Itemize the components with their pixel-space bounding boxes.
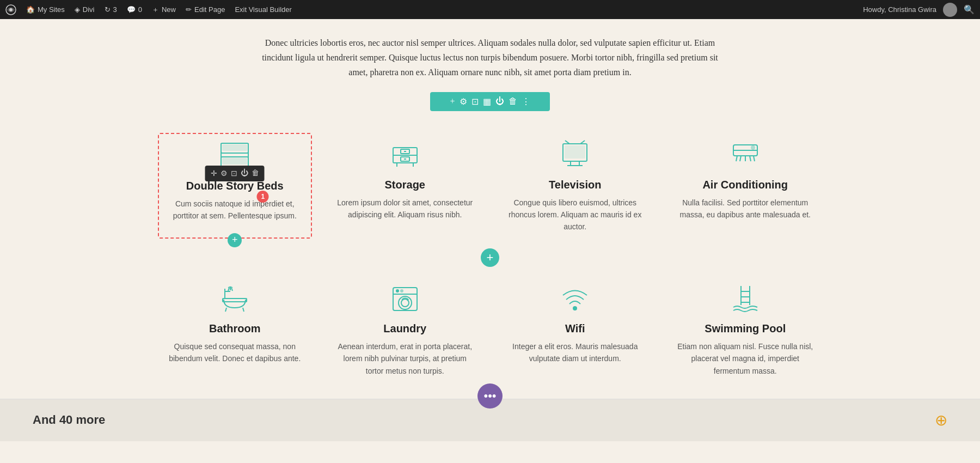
mt-move-icon[interactable]: ✛	[211, 169, 217, 178]
feature-desc-laundry: Aenean interdum, erat in porta placerat,…	[334, 340, 477, 377]
svg-line-40	[231, 288, 232, 291]
intro-text: Donec ultricies lobortis eros, nec aucto…	[245, 19, 735, 86]
svg-point-47	[573, 307, 577, 310]
feature-title-ac: Air Conditioning	[702, 179, 788, 191]
comments-icon: 💬	[127, 5, 136, 14]
svg-line-34	[225, 308, 226, 312]
svg-line-31	[754, 156, 755, 161]
svg-line-28	[740, 156, 741, 161]
svg-line-30	[750, 156, 751, 161]
svg-point-46	[401, 290, 403, 292]
feature-desc-pool: Etiam non aliquam nisl. Fusce nulla nisl…	[674, 340, 817, 377]
avatar	[943, 3, 957, 17]
mt-settings-icon[interactable]: ⚙	[220, 169, 228, 178]
add-row-button[interactable]: +	[481, 248, 499, 267]
feature-desc-beds: Cum sociis natoque id imperdiet et, port…	[164, 198, 305, 222]
toolbar-add-icon[interactable]: +	[450, 96, 455, 106]
feature-desc-bathroom: Quisque sed consequat massa, non bibendu…	[163, 340, 307, 365]
feature-icon-laundry	[386, 282, 424, 315]
feature-item-wifi: Wifi Integer a elit eros. Mauris malesua…	[498, 277, 652, 382]
feature-title-storage: Storage	[385, 179, 425, 191]
more-bar-add-button[interactable]: ⊕	[935, 411, 947, 429]
feature-icon-wifi	[556, 282, 594, 315]
feature-item-television: Television Congue quis libero euismod, u…	[498, 133, 652, 239]
feature-title-bathroom: Bathroom	[209, 322, 260, 335]
svg-rect-24	[565, 146, 585, 158]
feature-title-pool: Swimming Pool	[705, 322, 786, 335]
feature-desc-ac: Nulla facilisi. Sed porttitor elementum …	[674, 197, 817, 221]
more-bar-title: And 40 more	[33, 413, 105, 427]
add-below-button[interactable]: +	[228, 233, 242, 247]
toolbar-columns-icon[interactable]: ▦	[483, 96, 491, 107]
dots-button[interactable]: •••	[477, 383, 503, 409]
new-icon: ＋	[152, 5, 159, 15]
svg-point-1	[9, 8, 13, 11]
exit-builder-link[interactable]: Exit Visual Builder	[235, 5, 292, 14]
feature-item-double-story-beds[interactable]: ✛ ⚙ ⊡ ⏻ 🗑 1 Dou	[158, 133, 312, 239]
mt-duplicate-icon[interactable]: ⊡	[231, 169, 237, 178]
updates-link[interactable]: ↻ 3	[105, 5, 117, 14]
feature-desc-television: Congue quis libero euismod, ultrices rho…	[504, 197, 647, 233]
feature-item-storage: Storage Lorem ipsum dolor sit amet, cons…	[328, 133, 482, 239]
feature-item-bathroom: Bathroom Quisque sed consequat massa, no…	[158, 277, 312, 382]
toolbar-layout-icon[interactable]: ⊡	[471, 96, 479, 107]
svg-rect-8	[223, 145, 247, 150]
feature-title-television: Television	[549, 179, 601, 191]
toolbar-more-icon[interactable]: ⋮	[522, 96, 530, 107]
svg-line-27	[736, 156, 737, 161]
home-icon: 🏠	[26, 5, 35, 14]
svg-line-38	[228, 288, 229, 291]
admin-bar: 🏠 My Sites ◈ Divi ↻ 3 💬 0 ＋ New ✏ Edit P…	[0, 0, 980, 19]
svg-rect-33	[223, 298, 247, 302]
divi-icon: ◈	[75, 5, 80, 14]
my-sites-link[interactable]: 🏠 My Sites	[26, 5, 65, 14]
svg-point-45	[396, 290, 399, 292]
svg-point-32	[751, 146, 755, 149]
mt-power-icon[interactable]: ⏻	[241, 169, 248, 178]
feature-item-laundry: Laundry Aenean interdum, erat in porta p…	[328, 277, 482, 382]
feature-desc-storage: Lorem ipsum dolor sit amet, consectetur …	[334, 197, 477, 221]
admin-bar-right: Howdy, Christina Gwira 🔍	[863, 3, 975, 17]
divi-link[interactable]: ◈ Divi	[75, 5, 95, 14]
feature-icon-storage	[386, 138, 424, 171]
feature-icon-bathroom	[216, 282, 254, 315]
updates-icon: ↻	[105, 5, 111, 14]
features-grid-row2: Bathroom Quisque sed consequat massa, no…	[136, 277, 844, 382]
feature-title-beds: Double Story Beds	[186, 180, 284, 192]
svg-line-35	[243, 308, 244, 312]
wordpress-icon[interactable]	[5, 4, 16, 15]
feature-title-laundry: Laundry	[383, 322, 426, 335]
search-icon[interactable]: 🔍	[964, 4, 975, 15]
mt-delete-icon[interactable]: 🗑	[252, 169, 259, 178]
toolbar-delete-icon[interactable]: 🗑	[509, 96, 517, 106]
center-add-btn: +	[0, 248, 980, 267]
feature-title-wifi: Wifi	[565, 322, 585, 335]
svg-rect-9	[223, 159, 247, 164]
comments-link[interactable]: 💬 0	[127, 5, 142, 14]
toolbar-settings-icon[interactable]: ⚙	[460, 96, 467, 107]
feature-item-ac: Air Conditioning Nulla facilisi. Sed por…	[669, 133, 823, 239]
features-grid: ✛ ⚙ ⊡ ⏻ 🗑 1 Dou	[136, 122, 844, 239]
feature-icon-pool	[726, 282, 764, 315]
toolbar-power-icon[interactable]: ⏻	[495, 96, 504, 106]
feature-item-pool: Swimming Pool Etiam non aliquam nisl. Fu…	[669, 277, 823, 382]
feature-icon-television	[556, 138, 594, 171]
notification-badge: 1	[257, 191, 269, 203]
section-toolbar: + ⚙ ⊡ ▦ ⏻ 🗑 ⋮	[430, 92, 550, 111]
edit-page-link[interactable]: ✏ Edit Page	[186, 5, 225, 14]
pencil-icon: ✏	[186, 5, 192, 14]
page-wrapper: Donec ultricies lobortis eros, nec aucto…	[0, 19, 980, 441]
feature-desc-wifi: Integer a elit eros. Mauris malesuada vu…	[504, 340, 647, 365]
feature-icon-ac	[726, 138, 764, 171]
new-link[interactable]: ＋ New	[152, 5, 176, 15]
mini-toolbar: ✛ ⚙ ⊡ ⏻ 🗑 1	[205, 166, 265, 181]
